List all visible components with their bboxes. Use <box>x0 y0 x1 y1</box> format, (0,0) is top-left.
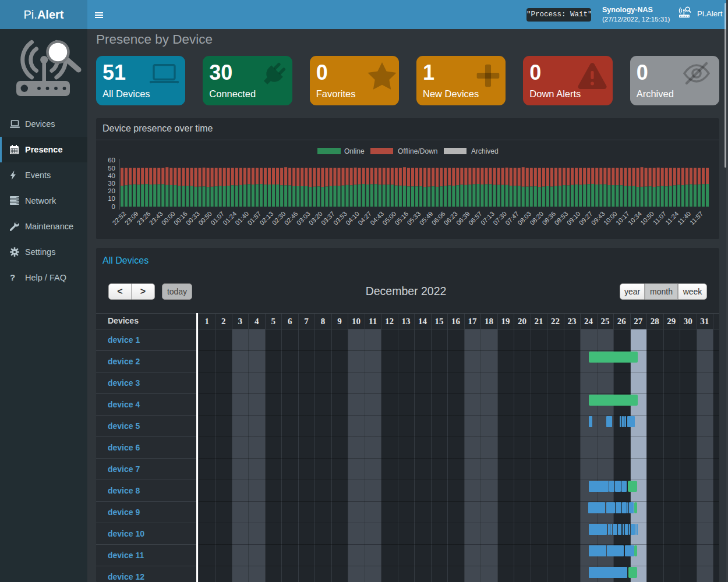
svg-text:06:06: 06:06 <box>430 210 447 226</box>
svg-text:09:10: 09:10 <box>566 210 582 226</box>
svg-text:06:23: 06:23 <box>443 210 459 226</box>
svg-text:06:57: 06:57 <box>467 210 483 226</box>
svg-text:07:13: 07:13 <box>479 210 496 226</box>
svg-text:05:00: 05:00 <box>381 210 397 226</box>
svg-text:01:24: 01:24 <box>221 210 238 226</box>
svg-text:0: 0 <box>112 203 115 210</box>
svg-text:03:20: 03:20 <box>308 210 324 226</box>
svg-text:10: 10 <box>108 195 115 202</box>
svg-text:22:52: 22:52 <box>111 210 127 226</box>
svg-text:20: 20 <box>108 187 115 194</box>
svg-text:08:03: 08:03 <box>516 210 532 226</box>
svg-text:23:43: 23:43 <box>148 210 164 226</box>
svg-text:30: 30 <box>108 180 115 187</box>
svg-text:10:17: 10:17 <box>614 210 631 226</box>
svg-text:08:36: 08:36 <box>540 210 557 226</box>
svg-text:11:24: 11:24 <box>664 210 680 226</box>
svg-text:09:43: 09:43 <box>590 210 606 226</box>
svg-text:07:47: 07:47 <box>504 210 520 226</box>
svg-text:11:40: 11:40 <box>676 210 692 226</box>
svg-text:23:09: 23:09 <box>123 210 140 226</box>
svg-text:00:50: 00:50 <box>197 210 213 226</box>
svg-text:07:30: 07:30 <box>492 210 508 226</box>
svg-text:11:57: 11:57 <box>688 210 704 226</box>
svg-text:09:27: 09:27 <box>578 210 594 226</box>
svg-text:01:07: 01:07 <box>209 210 225 226</box>
svg-text:02:46: 02:46 <box>283 210 299 226</box>
svg-text:10:00: 10:00 <box>602 210 619 226</box>
svg-text:08:20: 08:20 <box>528 210 545 226</box>
svg-text:04:27: 04:27 <box>356 210 373 226</box>
svg-text:03:37: 03:37 <box>320 210 336 226</box>
svg-text:06:39: 06:39 <box>455 210 471 226</box>
svg-text:01:57: 01:57 <box>246 210 262 226</box>
svg-text:05:33: 05:33 <box>405 210 422 226</box>
svg-text:01:40: 01:40 <box>234 210 250 226</box>
svg-text:10:50: 10:50 <box>639 210 655 226</box>
svg-text:50: 50 <box>108 165 115 172</box>
svg-text:10:34: 10:34 <box>627 210 643 226</box>
svg-text:08:53: 08:53 <box>553 210 569 226</box>
svg-text:02:30: 02:30 <box>271 210 287 226</box>
svg-text:05:16: 05:16 <box>393 210 409 226</box>
svg-text:00:00: 00:00 <box>160 210 176 226</box>
svg-text:40: 40 <box>108 172 115 179</box>
svg-text:02:13: 02:13 <box>258 210 274 226</box>
svg-text:11:07: 11:07 <box>652 210 667 226</box>
svg-text:00:33: 00:33 <box>185 210 201 226</box>
svg-text:04:43: 04:43 <box>369 210 385 226</box>
svg-text:03:53: 03:53 <box>332 210 348 226</box>
svg-text:23:26: 23:26 <box>136 210 152 226</box>
svg-text:60: 60 <box>108 157 115 164</box>
svg-text:03:03: 03:03 <box>295 210 312 226</box>
svg-text:04:10: 04:10 <box>344 210 361 226</box>
svg-text:00:16: 00:16 <box>172 210 189 226</box>
svg-text:05:49: 05:49 <box>418 210 434 226</box>
